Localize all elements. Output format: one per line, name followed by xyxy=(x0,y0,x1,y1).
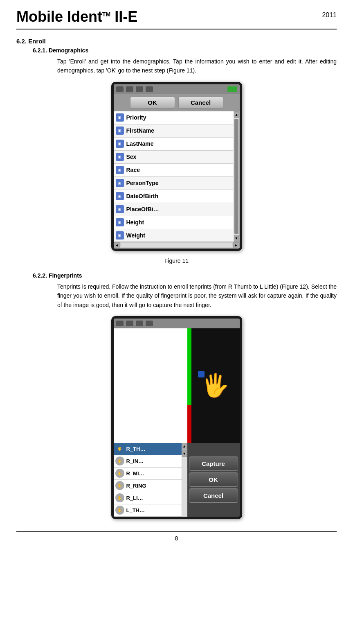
trademark: TM xyxy=(102,11,110,18)
network-icon xyxy=(136,86,143,92)
row-icon: ▣ xyxy=(116,231,124,240)
list-item[interactable]: ▣ Priority xyxy=(114,111,233,124)
row-icon: ▣ xyxy=(116,218,124,226)
row-icon: ▣ xyxy=(116,205,124,213)
row-icon: ▣ xyxy=(116,166,124,174)
wifi-icon xyxy=(126,321,133,326)
list-item[interactable]: ▣ Weight xyxy=(114,229,233,242)
page-footer: 8 xyxy=(16,531,337,542)
red-indicator xyxy=(187,405,191,443)
demographics-heading: 6.2.1. Demographics xyxy=(33,47,337,54)
row-label: LastName xyxy=(126,140,231,147)
demographics-body: Tap 'Enroll' and get into the demographi… xyxy=(57,57,337,75)
list-item[interactable]: ▣ Height xyxy=(114,216,233,229)
scroll-up-arrow[interactable]: ▲ xyxy=(234,111,239,118)
fingerprints-body: Tenprints is required. Follow the instru… xyxy=(57,282,337,310)
demographics-list-inner: ▣ Priority ▣ FirstName ▣ LastName ▣ xyxy=(114,111,233,242)
scroll-right-arrow[interactable]: ► xyxy=(233,242,240,248)
list-item[interactable]: ▣ LastName xyxy=(114,138,233,151)
fp-hand-area: 🖐 xyxy=(191,328,240,443)
row-icon: ▣ xyxy=(116,140,124,148)
fp-scroll-down[interactable]: ▼ xyxy=(182,450,187,457)
figure-11-caption: Figure 11 xyxy=(16,258,337,264)
page-year: 2011 xyxy=(322,8,337,19)
section-enroll: 6.2. Enroll 6.2.1. Demographics Tap 'Enr… xyxy=(16,38,337,519)
row-label: DateOfBirth xyxy=(126,193,231,199)
battery-icon xyxy=(227,86,237,92)
demo-button-row: OK Cancel xyxy=(114,94,240,111)
list-item[interactable]: ▣ Sex xyxy=(114,151,233,164)
figure-11-mockup: OK Cancel ▣ Priority ▣ FirstName xyxy=(111,82,242,251)
demographics-list: ▣ Priority ▣ FirstName ▣ LastName ▣ xyxy=(114,111,240,242)
blue-indicator-dot xyxy=(198,371,205,377)
list-item[interactable]: ▣ PlaceOfBi… xyxy=(114,203,233,216)
row-icon: ▣ xyxy=(116,127,124,135)
section-demographics: 6.2.1. Demographics Tap 'Enroll' and get… xyxy=(16,47,337,264)
row-label: PlaceOfBi… xyxy=(126,206,231,212)
list-item[interactable]: ✋ R_LI… xyxy=(114,492,187,504)
list-item[interactable]: ▣ DateOfBirth xyxy=(114,190,233,203)
scroll-down-arrow[interactable]: ▼ xyxy=(234,235,239,242)
row-label: Weight xyxy=(126,232,231,239)
hand-icon-wrapper: 🖐 xyxy=(201,374,229,397)
section-fingerprints: 6.2.2. Fingerprints Tenprints is require… xyxy=(16,272,337,519)
finger-icon: ✋ xyxy=(115,493,124,502)
figure-12-mockup: 🖐 🖐 R_TH… ✋ R_ xyxy=(111,316,242,519)
signal-icon xyxy=(116,86,124,92)
fp-status-bar xyxy=(114,319,240,328)
row-icon: ▣ xyxy=(116,179,124,187)
cancel-button[interactable]: Cancel xyxy=(189,488,238,503)
signal-icon xyxy=(116,321,124,326)
ok-button[interactable]: OK xyxy=(189,472,238,487)
capture-button[interactable]: Capture xyxy=(189,456,238,471)
row-label: Sex xyxy=(126,154,231,160)
network-icon xyxy=(136,321,143,326)
row-label: PersonType xyxy=(126,180,231,186)
finger-icon: ✋ xyxy=(115,469,124,478)
list-item[interactable]: ✋ R_IN… xyxy=(114,455,187,468)
fp-scroll-up[interactable]: ▲ xyxy=(182,443,187,450)
list-item[interactable]: ✋ R_RING xyxy=(114,480,187,492)
bluetooth-icon xyxy=(146,86,153,92)
row-label: Height xyxy=(126,219,231,226)
list-item[interactable]: ▣ PersonType xyxy=(114,177,233,190)
cancel-button[interactable]: Cancel xyxy=(178,97,223,108)
hand-icon: 🖐 xyxy=(201,373,229,398)
finger-label: R_TH… xyxy=(126,446,146,452)
section-enroll-heading: 6.2. Enroll xyxy=(16,38,337,45)
finger-label: R_LI… xyxy=(126,495,143,501)
finger-icon: ✋ xyxy=(115,456,124,465)
finger-icon: ✋ xyxy=(115,481,124,490)
vertical-scrollbar[interactable]: ▲ ▼ xyxy=(234,111,239,242)
scroll-thumb[interactable] xyxy=(234,119,238,234)
row-label: FirstName xyxy=(126,127,231,134)
list-item[interactable]: ✋ L_TH… xyxy=(114,504,187,517)
list-item[interactable]: ▣ Race xyxy=(114,164,233,177)
hscroll-track xyxy=(121,243,232,247)
page-number: 8 xyxy=(175,535,178,542)
fp-list-scrollbar[interactable]: ▲ ▼ xyxy=(182,443,187,517)
bluetooth-icon xyxy=(146,321,153,326)
scroll-left-arrow[interactable]: ◄ xyxy=(114,242,120,248)
green-indicator xyxy=(187,328,191,405)
fingerprints-heading: 6.2.2. Fingerprints xyxy=(33,272,337,279)
status-bar xyxy=(114,84,240,94)
finger-label: R_IN… xyxy=(126,458,144,464)
finger-label: L_TH… xyxy=(126,507,145,513)
list-item[interactable]: 🖐 R_TH… xyxy=(114,443,187,455)
list-item[interactable]: ✋ R_MI… xyxy=(114,468,187,480)
row-label: Priority xyxy=(126,114,231,121)
row-icon: ▣ xyxy=(116,113,124,122)
finger-label: R_MI… xyxy=(126,470,144,477)
finger-label: R_RING xyxy=(126,483,146,489)
ok-button[interactable]: OK xyxy=(130,97,175,108)
fp-right-area: 🖐 xyxy=(191,328,240,443)
finger-icon: 🖐 xyxy=(115,444,124,453)
row-label: Race xyxy=(126,167,231,173)
fp-bottom-area: 🖐 R_TH… ✋ R_IN… ✋ R_MI… ✋ xyxy=(114,443,240,517)
fp-list-area: 🖐 R_TH… ✋ R_IN… ✋ R_MI… ✋ xyxy=(114,443,187,517)
demo-screen: OK Cancel ▣ Priority ▣ FirstName xyxy=(114,84,240,249)
row-icon: ▣ xyxy=(116,153,124,161)
list-item[interactable]: ▣ FirstName xyxy=(114,124,233,138)
horizontal-scrollbar[interactable]: ◄ ► xyxy=(114,242,240,249)
